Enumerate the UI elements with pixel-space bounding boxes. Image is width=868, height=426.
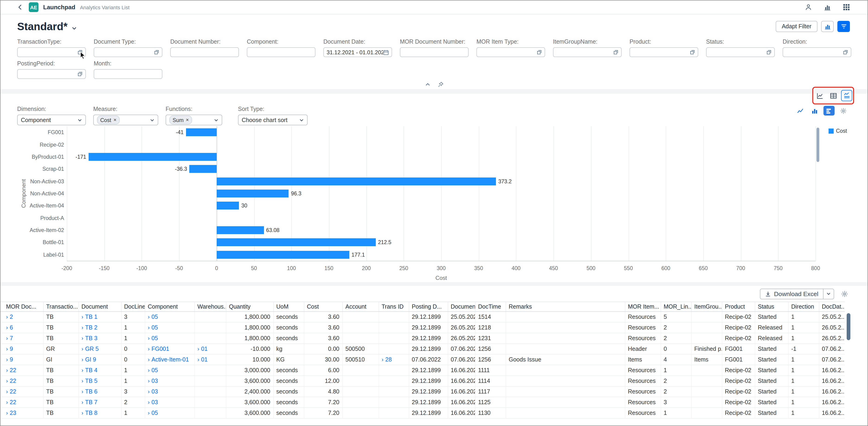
adapt-filter-button[interactable]: Adapt Filter — [776, 21, 817, 32]
filter-input[interactable] — [400, 47, 469, 57]
filter-bar-toggle-button[interactable] — [837, 21, 850, 32]
cell-link[interactable]: ›GI 9 — [82, 356, 96, 363]
cell-link[interactable]: ›05 — [148, 410, 158, 416]
cell-link[interactable]: ›GR 5 — [82, 346, 99, 352]
filter-input[interactable] — [17, 47, 86, 57]
table-row[interactable]: ›22TB›TB 51›033,600.000seconds12.0029.12… — [0, 376, 845, 386]
filter-input[interactable] — [553, 47, 622, 57]
measure-multi-input[interactable]: Cost × — [93, 115, 158, 125]
cell-link[interactable]: ›9 — [6, 356, 13, 363]
bar-fg001[interactable] — [186, 128, 216, 136]
chart-settings-button[interactable] — [838, 106, 849, 116]
download-excel-button[interactable]: Download Excel — [761, 289, 823, 299]
value-help-button[interactable] — [537, 50, 542, 55]
cell-link[interactable]: ›05 — [148, 324, 158, 331]
table-row[interactable]: ›7TB›TB 31›051,800.000seconds3.6029.12.1… — [0, 333, 845, 344]
value-help-button[interactable] — [78, 71, 83, 77]
filter-input[interactable] — [94, 47, 162, 57]
column-header[interactable]: Account — [342, 302, 378, 312]
user-button[interactable] — [805, 4, 812, 11]
column-header[interactable]: DocDat... — [819, 302, 845, 312]
column-header[interactable]: DocTime — [475, 302, 506, 312]
cell-link[interactable]: ›22 — [6, 378, 16, 384]
column-header[interactable]: Direction — [788, 302, 819, 312]
token-remove-icon[interactable]: × — [114, 117, 117, 123]
column-header[interactable]: Warehous... — [194, 302, 226, 312]
cell-link[interactable]: ›05 — [148, 314, 158, 320]
cell-link[interactable]: ›2 — [6, 314, 13, 320]
filter-input[interactable] — [783, 47, 851, 57]
view-chart-button[interactable] — [814, 90, 825, 101]
column-header[interactable]: UoM — [273, 302, 304, 312]
filter-input[interactable] — [17, 69, 86, 79]
collapse-filter-button[interactable] — [425, 82, 430, 87]
cell-link[interactable]: ›28 — [381, 356, 392, 363]
table-settings-button[interactable] — [841, 290, 848, 297]
calendar-button[interactable] — [383, 50, 389, 55]
value-help-button[interactable] — [613, 50, 618, 55]
column-header[interactable]: Document... — [448, 302, 475, 312]
line-chart-type-button[interactable] — [795, 106, 806, 116]
token-remove-icon[interactable]: × — [186, 117, 189, 123]
table-row[interactable]: ›2TB›TB 13›051,800.000seconds3.6029.12.1… — [0, 312, 845, 322]
cell-link[interactable]: ›TB 4 — [82, 367, 97, 373]
functions-multi-input[interactable]: Sum × — [166, 115, 222, 125]
bar-active-item-02[interactable] — [217, 226, 264, 234]
cell-link[interactable]: ›6 — [6, 324, 13, 331]
column-header[interactable]: Status — [755, 302, 788, 312]
filter-input[interactable] — [629, 47, 698, 57]
table-row[interactable]: ›9GR›GR 50›FG001›01-10.000kg0.0050050029… — [0, 344, 845, 354]
column-header[interactable]: Trans ID — [378, 302, 409, 312]
cell-link[interactable]: ›23 — [6, 410, 16, 416]
column-header[interactable]: Component — [145, 302, 194, 312]
column-header[interactable]: ItemGrou... — [691, 302, 722, 312]
cell-link[interactable]: ›22 — [6, 399, 16, 405]
cell-link[interactable]: ›TB 7 — [82, 399, 97, 405]
table-row[interactable]: ›22TB›TB 63›032,400.000seconds4.8029.12.… — [0, 386, 845, 397]
download-menu-button[interactable] — [823, 289, 834, 299]
table-row[interactable]: ›22TB›TB 72›033,600.000seconds7.2029.12.… — [0, 397, 845, 408]
pin-filter-button[interactable] — [438, 82, 443, 87]
filter-input[interactable] — [706, 47, 775, 57]
column-header[interactable]: Product — [722, 302, 755, 312]
bar-label-01[interactable] — [217, 251, 349, 259]
view-table-button[interactable] — [828, 90, 839, 101]
cell-link[interactable]: ›TB 5 — [82, 378, 97, 384]
value-help-button[interactable] — [843, 50, 848, 55]
filter-input[interactable] — [476, 47, 545, 57]
app-finder-button[interactable] — [843, 4, 850, 11]
column-header[interactable]: MOR_Lin... — [661, 302, 691, 312]
filter-input[interactable] — [170, 47, 239, 57]
bar-byproduct-01[interactable] — [89, 153, 217, 161]
column-header[interactable]: Quantity — [226, 302, 273, 312]
column-header[interactable]: Transactio... — [43, 302, 79, 312]
value-help-button[interactable] — [154, 50, 159, 55]
sort-type-select[interactable]: Choose chart sort — [238, 115, 308, 125]
column-header[interactable]: Cost — [304, 302, 342, 312]
column-header[interactable]: Posting D... — [409, 302, 448, 312]
cell-link[interactable]: ›Active-Item-01 — [148, 356, 189, 363]
column-header[interactable]: MOR Doc... — [0, 302, 43, 312]
value-help-button[interactable] — [690, 50, 695, 55]
cell-link[interactable]: ›05 — [148, 367, 158, 373]
table-row[interactable]: ›6TB›TB 21›051,800.000seconds3.6029.12.1… — [0, 322, 845, 333]
table-scrollbar[interactable] — [846, 311, 851, 417]
cell-link[interactable]: ›01 — [197, 346, 208, 352]
cell-link[interactable]: ›TB 2 — [82, 324, 97, 331]
cell-link[interactable]: ›03 — [148, 399, 158, 405]
value-help-button[interactable] — [766, 50, 772, 55]
cell-link[interactable]: ›03 — [148, 378, 158, 384]
chart-scrollbar[interactable] — [816, 128, 819, 162]
column-header[interactable]: Remarks — [506, 302, 625, 312]
analytics-button[interactable] — [824, 4, 831, 11]
bar-non-active-03[interactable] — [217, 177, 496, 185]
cell-link[interactable]: ›TB 3 — [82, 335, 97, 341]
bar-active-item-04[interactable] — [217, 202, 239, 210]
horizontal-bar-chart-type-button[interactable] — [824, 106, 835, 116]
dimension-select[interactable]: Component — [17, 115, 86, 125]
table-row[interactable]: ›9GI›GI 90›Active-Item-01›0110.000KG30.0… — [0, 354, 845, 365]
filter-input[interactable] — [247, 47, 315, 57]
cell-link[interactable]: ›7 — [6, 335, 13, 341]
table-row[interactable]: ›22TB›TB 41›053,000.000seconds6.0029.12.… — [0, 365, 845, 376]
cell-link[interactable]: ›05 — [148, 335, 158, 341]
